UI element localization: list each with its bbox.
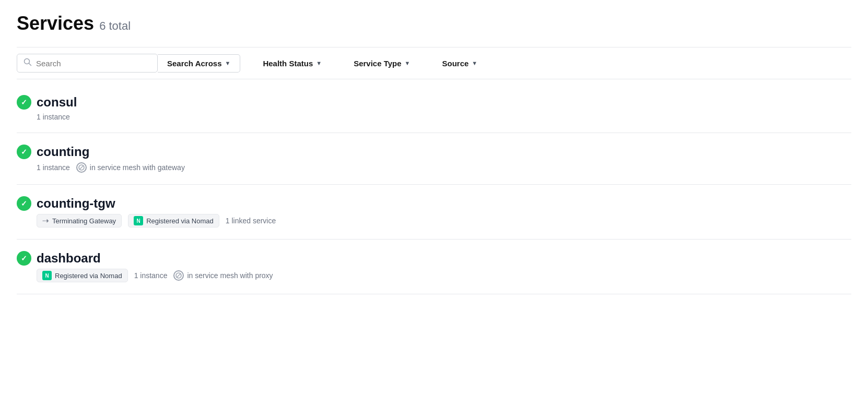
health-check-icon: ✓ xyxy=(17,95,31,110)
service-item[interactable]: ✓counting-tgw⇢Terminating GatewayNRegist… xyxy=(17,185,851,240)
service-name: counting xyxy=(37,145,89,159)
page-title: Services xyxy=(17,13,94,34)
meta-text: 1 instance xyxy=(134,271,168,280)
source-dropdown[interactable]: Source ▼ xyxy=(432,55,487,72)
filter-bar: Search Across ▼ Health Status ▼ Service … xyxy=(17,47,851,79)
service-meta: 1 instance in service mesh with gateway xyxy=(37,162,851,173)
nomad-badge-label: Registered via Nomad xyxy=(146,217,214,225)
mesh-label: in service mesh with gateway xyxy=(90,163,185,172)
mesh-info: in service mesh with gateway xyxy=(76,162,185,173)
service-name: consul xyxy=(37,95,77,110)
health-status-dropdown[interactable]: Health Status ▼ xyxy=(253,55,331,72)
services-list: ✓consul1 instance✓counting1 instance in … xyxy=(17,83,851,294)
page-header: Services 6 total xyxy=(17,13,851,34)
chevron-down-icon: ▼ xyxy=(472,60,477,66)
service-meta: NRegistered via Nomad1 instance in servi… xyxy=(37,269,851,282)
mesh-label: in service mesh with proxy xyxy=(187,271,273,280)
nomad-badge: NRegistered via Nomad xyxy=(37,269,128,282)
svg-line-5 xyxy=(177,273,181,278)
gateway-icon: ⇢ xyxy=(42,216,49,225)
service-meta: 1 instance xyxy=(37,113,851,121)
health-check-icon: ✓ xyxy=(17,196,31,211)
meta-text: 1 instance xyxy=(37,113,70,121)
nomad-badge: NRegistered via Nomad xyxy=(128,214,219,228)
nomad-icon: N xyxy=(134,216,143,225)
nomad-badge-label: Registered via Nomad xyxy=(55,272,122,280)
service-type-dropdown[interactable]: Service Type ▼ xyxy=(344,55,419,72)
svg-line-3 xyxy=(79,165,84,170)
services-count: 6 total xyxy=(99,19,131,33)
gateway-badge: ⇢Terminating Gateway xyxy=(37,214,122,228)
service-name: dashboard xyxy=(37,251,101,266)
service-name: counting-tgw xyxy=(37,196,115,211)
chevron-down-icon: ▼ xyxy=(316,60,322,66)
service-meta: ⇢Terminating GatewayNRegistered via Noma… xyxy=(37,214,851,228)
svg-line-1 xyxy=(29,64,31,66)
search-input[interactable] xyxy=(36,59,151,68)
gateway-badge-label: Terminating Gateway xyxy=(52,217,116,225)
check-mark: ✓ xyxy=(21,199,27,208)
service-item[interactable]: ✓counting1 instance in service mesh with… xyxy=(17,133,851,185)
service-item[interactable]: ✓dashboardNRegistered via Nomad1 instanc… xyxy=(17,240,851,294)
chevron-down-icon: ▼ xyxy=(225,60,231,66)
mesh-icon xyxy=(76,162,87,173)
mesh-info: in service mesh with proxy xyxy=(173,270,273,281)
search-across-dropdown[interactable]: Search Across ▼ xyxy=(158,54,240,73)
chevron-down-icon: ▼ xyxy=(405,60,410,66)
check-mark: ✓ xyxy=(21,98,27,106)
mesh-icon xyxy=(173,270,184,281)
meta-text: 1 linked service xyxy=(226,217,276,225)
service-item[interactable]: ✓consul1 instance xyxy=(17,83,851,133)
nomad-icon: N xyxy=(42,271,52,280)
meta-text: 1 instance xyxy=(37,163,70,172)
check-mark: ✓ xyxy=(21,148,27,156)
health-check-icon: ✓ xyxy=(17,145,31,159)
check-mark: ✓ xyxy=(21,254,27,262)
search-icon xyxy=(24,58,32,68)
search-input-wrap[interactable] xyxy=(17,54,158,73)
health-check-icon: ✓ xyxy=(17,251,31,266)
